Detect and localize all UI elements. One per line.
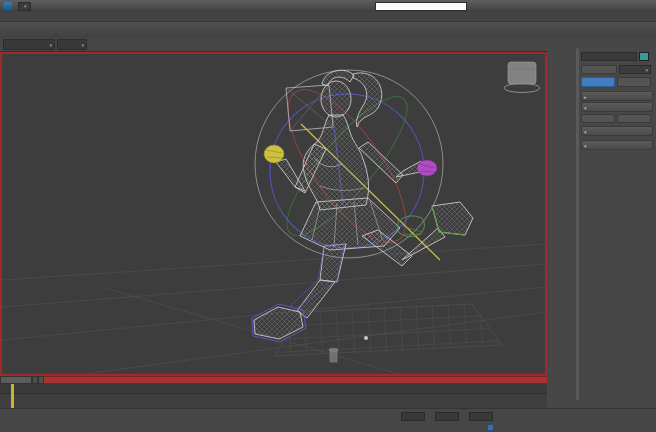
mixer-button[interactable] xyxy=(581,114,615,123)
magenta-hand xyxy=(417,160,437,176)
head xyxy=(321,81,351,117)
ponytail xyxy=(353,73,382,127)
workspace-dropdown[interactable]: ▾ xyxy=(18,2,31,11)
command-panel: ▾ xyxy=(547,44,656,408)
rollout-biped[interactable] xyxy=(581,126,653,136)
secondary-dropdown-2[interactable]: ▾ xyxy=(57,39,87,50)
keyframe-row xyxy=(0,394,547,408)
yellow-hand xyxy=(264,145,284,163)
grid-origin-dot xyxy=(364,336,368,340)
rollout-assign-controller[interactable] xyxy=(581,91,653,101)
object-color-swatch[interactable] xyxy=(639,52,649,61)
object-name-field[interactable] xyxy=(581,52,637,61)
sub-object-dropdown[interactable]: ▾ xyxy=(619,65,651,74)
right-calf xyxy=(402,228,445,260)
chevron-down-icon: ▾ xyxy=(49,42,52,48)
rollout-track-selection[interactable] xyxy=(581,140,653,150)
left-thigh xyxy=(320,244,346,282)
character-wireframe xyxy=(254,70,473,339)
track-bar[interactable] xyxy=(0,384,547,408)
frame-ruler xyxy=(0,384,547,394)
3ds-max-window: ▾ ▾ ▾ xyxy=(0,0,656,432)
time-slider xyxy=(0,376,547,384)
y-coord-field[interactable] xyxy=(435,412,459,421)
secondary-dropdown-1[interactable]: ▾ xyxy=(3,39,55,50)
main-toolbar xyxy=(0,22,656,38)
title-bar: ▾ xyxy=(0,0,656,12)
menu-bar xyxy=(0,12,656,22)
viewport-scene xyxy=(2,54,545,374)
workbench-button[interactable] xyxy=(617,114,651,123)
chevron-down-icon: ▾ xyxy=(645,67,648,73)
perspective-viewport[interactable] xyxy=(0,52,547,376)
time-slider-handle[interactable] xyxy=(0,376,32,384)
trajectories-button[interactable] xyxy=(617,77,651,87)
ground-marker xyxy=(329,348,338,362)
panel-scrollbar[interactable] xyxy=(576,48,579,400)
sub-object-button[interactable] xyxy=(581,65,617,74)
time-slider-track-autokey[interactable] xyxy=(44,376,547,384)
chevron-down-icon: ▾ xyxy=(24,3,27,9)
rollout-biped-apps[interactable] xyxy=(581,102,653,112)
current-frame-marker[interactable] xyxy=(11,384,14,408)
application-menu-icon[interactable] xyxy=(3,2,12,11)
viewcube[interactable] xyxy=(504,62,540,93)
status-bar: ▾ xyxy=(0,408,656,432)
search-input[interactable] xyxy=(375,2,467,11)
chevron-down-icon: ▾ xyxy=(81,42,84,48)
parameters-button[interactable] xyxy=(581,77,615,87)
z-coord-field[interactable] xyxy=(469,412,493,421)
time-tag-icon[interactable] xyxy=(487,424,494,431)
x-coord-field[interactable] xyxy=(401,412,425,421)
